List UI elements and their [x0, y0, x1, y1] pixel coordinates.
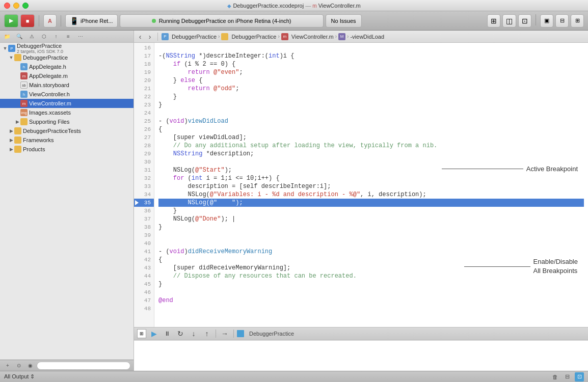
group-debuggerpractice-item[interactable]: DebuggerPractice [0, 53, 133, 62]
debug-step-out-button[interactable]: ↑ [201, 329, 212, 339]
sidebar-tool-git[interactable]: ↑ [51, 32, 61, 41]
layout-2[interactable]: ⊟ [555, 14, 569, 28]
project-label: DebuggerPractice 2 targets, iOS SDK 7.0 [17, 43, 63, 54]
add-file-button[interactable]: + [3, 362, 12, 370]
leaf-arrow-6 [14, 110, 20, 116]
bc-group[interactable]: DebuggerPractice [231, 34, 276, 40]
nav-forward-button[interactable]: › [146, 33, 154, 41]
console-toggle[interactable]: ⊞ [137, 329, 146, 338]
debug-location-button[interactable]: → [219, 329, 230, 339]
sidebar-tool-folder[interactable]: 📁 [2, 32, 12, 41]
status-output-label: All Output ⇕ [4, 373, 550, 380]
debug-step-into-button[interactable]: ↓ [188, 329, 199, 339]
toolbar-right-group: ⊞ ◫ ⊡ ▣ ⊟ ⊞ [487, 14, 584, 28]
nav-back-button[interactable]: ‹ [136, 33, 144, 41]
toolbar-separator-1 [39, 15, 39, 26]
sidebar-git-btn[interactable]: ◉ [25, 362, 35, 370]
supporting-arrow [14, 119, 20, 125]
maximize-button[interactable] [22, 3, 29, 9]
issues-indicator: No Issues [326, 14, 362, 28]
sidebar-filter-btn[interactable]: ⊙ [14, 362, 23, 370]
sidebar-tool-report[interactable]: ≡ [63, 32, 73, 41]
sidebar-item-appdelegate-m[interactable]: m AppDelegate.m [0, 71, 133, 80]
leaf-arrow-2 [14, 73, 20, 79]
sidebar-tool-warning[interactable]: ⚠ [26, 32, 37, 41]
line-num-42: 42 [134, 256, 154, 264]
vc-m-icon: m [20, 100, 28, 107]
bc-project[interactable]: DebuggerPractice [172, 34, 217, 40]
line-num-21: 21 [134, 85, 154, 93]
sidebar-item-appdelegate-h[interactable]: h AppDelegate.h [0, 62, 133, 71]
bc-file[interactable]: ViewController.m [291, 34, 334, 40]
code-line-29: NSString *description; [158, 150, 584, 158]
debug-console[interactable] [134, 340, 588, 371]
sidebar-search-input[interactable] [37, 362, 130, 370]
device-label: iPhone Ret... [81, 18, 113, 24]
code-line-21: return @"odd"; [158, 85, 584, 93]
minimize-button[interactable] [13, 3, 19, 9]
code-line-48 [158, 305, 584, 313]
enable-disable-annotation: Enable/Disable All Breakpoints [464, 257, 578, 276]
split-view-button[interactable]: ⊟ [563, 372, 572, 381]
sidebar-item-tests[interactable]: DebuggerPracticeTests [0, 126, 133, 135]
scheme-button[interactable]: A [43, 14, 57, 28]
bc-method[interactable]: -viewDidLoad [350, 34, 384, 40]
close-button[interactable] [4, 3, 10, 9]
project-root-item[interactable]: P DebuggerPractice 2 targets, iOS SDK 7.… [0, 44, 133, 53]
line-num-38: 38 [134, 223, 154, 231]
sidebar-item-supporting-files[interactable]: Supporting Files [0, 117, 133, 126]
device-selector[interactable]: 📱 iPhone Ret... [65, 14, 118, 28]
sidebar-item-images[interactable]: img Images.xcassets [0, 108, 133, 117]
view-toggle-2[interactable]: ◫ [502, 14, 516, 28]
line-num-18: 18 [134, 60, 154, 68]
header-icon: h [20, 63, 28, 70]
sidebar-item-storyboard[interactable]: sb Main.storyboard [0, 80, 133, 90]
sidebar-item-viewcontroller-h[interactable]: h ViewController.h [0, 90, 133, 99]
sidebar-tool-search[interactable]: 🔍 [14, 32, 24, 41]
bc-group-icon [221, 33, 228, 40]
layout-3[interactable]: ⊞ [571, 14, 584, 28]
group-arrow [8, 54, 14, 61]
code-editor[interactable]: 16 17 18 19 20 21 22 23 24 25 26 27 28 2… [134, 43, 588, 327]
code-line-24 [158, 109, 584, 117]
view-toggle-3[interactable]: ⊡ [518, 14, 531, 28]
products-icon [14, 146, 21, 153]
full-screen-button[interactable]: ⊡ [575, 372, 584, 381]
code-line-23: } [158, 101, 584, 109]
debug-toolbar: ⊞ ▶ ⏸ ↻ ↓ ↑ → DebuggerPractice [134, 327, 588, 340]
sidebar-tool-more[interactable]: ⋯ [75, 32, 86, 41]
frameworks-icon [14, 137, 21, 144]
sidebar-tool-breakpoint[interactable]: ⬡ [39, 32, 49, 41]
frameworks-arrow [8, 137, 14, 143]
bc-file-icon: m [281, 33, 288, 40]
tests-arrow [8, 128, 14, 134]
play-button[interactable]: ▶ [4, 14, 18, 28]
active-breakpoint-label: Active Breakpoint [526, 165, 578, 173]
tests-label: DebuggerPracticeTests [23, 128, 81, 134]
sidebar-item-frameworks[interactable]: Frameworks [0, 135, 133, 145]
main-toolbar: ▶ ■ A 📱 iPhone Ret... Running DebuggerPr… [0, 11, 588, 31]
appdelegate-m-label: AppDelegate.m [29, 73, 68, 79]
layout-1[interactable]: ▣ [540, 14, 553, 28]
sidebar-item-products[interactable]: Products [0, 145, 133, 154]
content-area: 📁 🔍 ⚠ ⬡ ↑ ≡ ⋯ P DebuggerPractice 2 targe… [0, 31, 588, 371]
sidebar-item-viewcontroller-m[interactable]: m ViewController.m [0, 99, 133, 108]
leaf-arrow-5 [14, 100, 20, 106]
debug-pause-button[interactable]: ⏸ [162, 329, 173, 339]
code-content[interactable]: -(NSString *)describeInteger:(int)i { if… [154, 43, 588, 327]
line-num-35-breakpoint[interactable]: 35 [134, 199, 154, 207]
view-toggle-1[interactable]: ⊞ [487, 14, 500, 28]
traffic-lights [4, 3, 29, 9]
viewcontroller-m-label: ViewController.m [29, 100, 71, 106]
project-subtitle: 2 targets, iOS SDK 7.0 [17, 49, 63, 54]
bc-sep-4: › [347, 34, 349, 39]
trash-button[interactable]: 🗑 [550, 372, 559, 381]
viewcontroller-h-label: ViewController.h [29, 91, 70, 97]
stop-button[interactable]: ■ [20, 14, 35, 28]
code-line-19: return @"even"; [158, 68, 584, 76]
project-icon: P [8, 45, 15, 52]
debug-step-over-button[interactable]: ↻ [175, 329, 186, 339]
debug-continue-button[interactable]: ▶ [148, 329, 159, 339]
line-num-43: 43 [134, 264, 154, 272]
code-line-38: } [158, 223, 584, 231]
